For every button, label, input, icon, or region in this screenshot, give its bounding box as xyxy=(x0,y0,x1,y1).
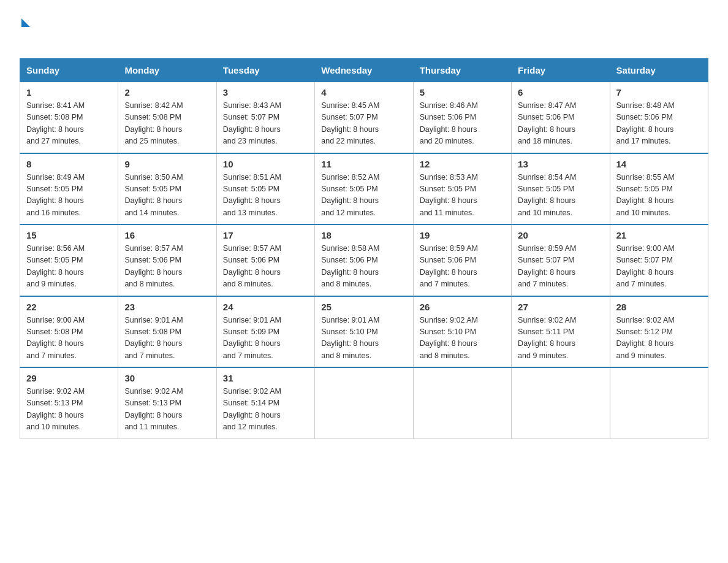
calendar-cell: 13 Sunrise: 8:54 AMSunset: 5:05 PMDaylig… xyxy=(512,153,610,225)
day-number: 24 xyxy=(223,302,308,312)
day-info: Sunrise: 8:45 AMSunset: 5:07 PMDaylight:… xyxy=(321,101,379,145)
day-number: 4 xyxy=(321,87,406,98)
day-number: 7 xyxy=(616,87,702,98)
calendar-cell: 23 Sunrise: 9:01 AMSunset: 5:08 PMDaylig… xyxy=(118,296,216,368)
day-number: 13 xyxy=(518,159,603,169)
header-friday: Friday xyxy=(512,59,610,82)
calendar-cell: 6 Sunrise: 8:47 AMSunset: 5:06 PMDayligh… xyxy=(512,82,610,153)
day-number: 10 xyxy=(223,159,308,169)
day-info: Sunrise: 8:48 AMSunset: 5:06 PMDaylight:… xyxy=(616,101,675,145)
day-info: Sunrise: 8:54 AMSunset: 5:05 PMDaylight:… xyxy=(518,173,576,217)
day-number: 9 xyxy=(124,159,210,169)
day-number: 26 xyxy=(420,302,505,312)
day-info: Sunrise: 8:47 AMSunset: 5:06 PMDaylight:… xyxy=(518,101,576,145)
day-info: Sunrise: 8:59 AMSunset: 5:06 PMDaylight:… xyxy=(420,244,478,288)
header-saturday: Saturday xyxy=(610,59,708,82)
day-number: 25 xyxy=(321,302,406,312)
calendar-cell: 30 Sunrise: 9:02 AMSunset: 5:13 PMDaylig… xyxy=(118,367,216,439)
day-info: Sunrise: 8:59 AMSunset: 5:07 PMDaylight:… xyxy=(518,244,576,288)
day-number: 21 xyxy=(616,230,702,240)
day-info: Sunrise: 9:01 AMSunset: 5:09 PMDaylight:… xyxy=(223,316,281,360)
page-header xyxy=(20,15,708,46)
calendar-week-row: 8 Sunrise: 8:49 AMSunset: 5:05 PMDayligh… xyxy=(20,153,708,225)
calendar-table: SundayMondayTuesdayWednesdayThursdayFrid… xyxy=(20,58,708,439)
calendar-cell: 1 Sunrise: 8:41 AMSunset: 5:08 PMDayligh… xyxy=(20,82,118,153)
calendar-cell: 20 Sunrise: 8:59 AMSunset: 5:07 PMDaylig… xyxy=(512,224,610,296)
day-number: 17 xyxy=(223,230,308,240)
day-info: Sunrise: 9:02 AMSunset: 5:13 PMDaylight:… xyxy=(26,387,85,431)
header-sunday: Sunday xyxy=(20,59,118,82)
header-tuesday: Tuesday xyxy=(216,59,314,82)
calendar-cell: 31 Sunrise: 9:02 AMSunset: 5:14 PMDaylig… xyxy=(216,367,314,439)
calendar-cell: 12 Sunrise: 8:53 AMSunset: 5:05 PMDaylig… xyxy=(413,153,511,225)
calendar-cell: 11 Sunrise: 8:52 AMSunset: 5:05 PMDaylig… xyxy=(315,153,413,225)
calendar-cell: 9 Sunrise: 8:50 AMSunset: 5:05 PMDayligh… xyxy=(118,153,216,225)
calendar-cell: 16 Sunrise: 8:57 AMSunset: 5:06 PMDaylig… xyxy=(118,224,216,296)
day-info: Sunrise: 8:49 AMSunset: 5:05 PMDaylight:… xyxy=(26,173,85,217)
day-number: 30 xyxy=(124,373,210,383)
day-info: Sunrise: 8:42 AMSunset: 5:08 PMDaylight:… xyxy=(124,101,183,145)
day-info: Sunrise: 8:41 AMSunset: 5:08 PMDaylight:… xyxy=(26,101,85,145)
day-number: 23 xyxy=(124,302,210,312)
day-info: Sunrise: 8:52 AMSunset: 5:05 PMDaylight:… xyxy=(321,173,379,217)
calendar-cell: 14 Sunrise: 8:55 AMSunset: 5:05 PMDaylig… xyxy=(610,153,708,225)
day-info: Sunrise: 9:02 AMSunset: 5:11 PMDaylight:… xyxy=(518,316,576,360)
day-info: Sunrise: 9:00 AMSunset: 5:07 PMDaylight:… xyxy=(616,244,675,288)
calendar-cell: 8 Sunrise: 8:49 AMSunset: 5:05 PMDayligh… xyxy=(20,153,118,225)
day-info: Sunrise: 8:56 AMSunset: 5:05 PMDaylight:… xyxy=(26,244,85,288)
day-info: Sunrise: 8:53 AMSunset: 5:05 PMDaylight:… xyxy=(420,173,478,217)
day-info: Sunrise: 9:02 AMSunset: 5:14 PMDaylight:… xyxy=(223,387,281,431)
calendar-week-row: 1 Sunrise: 8:41 AMSunset: 5:08 PMDayligh… xyxy=(20,82,708,153)
day-number: 8 xyxy=(26,159,112,169)
calendar-cell xyxy=(413,367,511,439)
day-info: Sunrise: 8:58 AMSunset: 5:06 PMDaylight:… xyxy=(321,244,379,288)
day-number: 16 xyxy=(124,230,210,240)
day-number: 6 xyxy=(518,87,603,98)
calendar-cell: 17 Sunrise: 8:57 AMSunset: 5:06 PMDaylig… xyxy=(216,224,314,296)
day-number: 11 xyxy=(321,159,406,169)
day-number: 3 xyxy=(223,87,308,98)
day-number: 31 xyxy=(223,373,308,383)
calendar-cell: 28 Sunrise: 9:02 AMSunset: 5:12 PMDaylig… xyxy=(610,296,708,368)
day-number: 18 xyxy=(321,230,406,240)
calendar-header-row: SundayMondayTuesdayWednesdayThursdayFrid… xyxy=(20,59,708,82)
calendar-cell: 29 Sunrise: 9:02 AMSunset: 5:13 PMDaylig… xyxy=(20,367,118,439)
day-info: Sunrise: 8:57 AMSunset: 5:06 PMDaylight:… xyxy=(223,244,281,288)
day-number: 14 xyxy=(616,159,702,169)
day-info: Sunrise: 8:46 AMSunset: 5:06 PMDaylight:… xyxy=(420,101,478,145)
calendar-cell xyxy=(610,367,708,439)
day-info: Sunrise: 8:50 AMSunset: 5:05 PMDaylight:… xyxy=(124,173,183,217)
day-number: 20 xyxy=(518,230,603,240)
day-info: Sunrise: 9:00 AMSunset: 5:08 PMDaylight:… xyxy=(26,316,85,360)
calendar-cell: 22 Sunrise: 9:00 AMSunset: 5:08 PMDaylig… xyxy=(20,296,118,368)
calendar-cell: 25 Sunrise: 9:01 AMSunset: 5:10 PMDaylig… xyxy=(315,296,413,368)
day-number: 29 xyxy=(26,373,112,383)
day-number: 2 xyxy=(124,87,210,98)
day-info: Sunrise: 9:02 AMSunset: 5:12 PMDaylight:… xyxy=(616,316,675,360)
header-thursday: Thursday xyxy=(413,59,511,82)
day-info: Sunrise: 9:01 AMSunset: 5:10 PMDaylight:… xyxy=(321,316,379,360)
calendar-cell: 19 Sunrise: 8:59 AMSunset: 5:06 PMDaylig… xyxy=(413,224,511,296)
logo xyxy=(20,15,30,46)
calendar-cell: 4 Sunrise: 8:45 AMSunset: 5:07 PMDayligh… xyxy=(315,82,413,153)
day-info: Sunrise: 9:02 AMSunset: 5:13 PMDaylight:… xyxy=(124,387,183,431)
calendar-cell: 2 Sunrise: 8:42 AMSunset: 5:08 PMDayligh… xyxy=(118,82,216,153)
calendar-cell xyxy=(512,367,610,439)
calendar-cell: 26 Sunrise: 9:02 AMSunset: 5:10 PMDaylig… xyxy=(413,296,511,368)
day-number: 28 xyxy=(616,302,702,312)
day-number: 19 xyxy=(420,230,505,240)
calendar-cell: 7 Sunrise: 8:48 AMSunset: 5:06 PMDayligh… xyxy=(610,82,708,153)
calendar-cell: 18 Sunrise: 8:58 AMSunset: 5:06 PMDaylig… xyxy=(315,224,413,296)
day-info: Sunrise: 8:43 AMSunset: 5:07 PMDaylight:… xyxy=(223,101,281,145)
day-number: 22 xyxy=(26,302,112,312)
day-info: Sunrise: 9:02 AMSunset: 5:10 PMDaylight:… xyxy=(420,316,478,360)
header-wednesday: Wednesday xyxy=(315,59,413,82)
calendar-cell: 3 Sunrise: 8:43 AMSunset: 5:07 PMDayligh… xyxy=(216,82,314,153)
day-info: Sunrise: 8:55 AMSunset: 5:05 PMDaylight:… xyxy=(616,173,675,217)
day-number: 1 xyxy=(26,87,112,98)
calendar-cell: 24 Sunrise: 9:01 AMSunset: 5:09 PMDaylig… xyxy=(216,296,314,368)
calendar-week-row: 15 Sunrise: 8:56 AMSunset: 5:05 PMDaylig… xyxy=(20,224,708,296)
day-number: 5 xyxy=(420,87,505,98)
calendar-cell xyxy=(315,367,413,439)
day-number: 12 xyxy=(420,159,505,169)
